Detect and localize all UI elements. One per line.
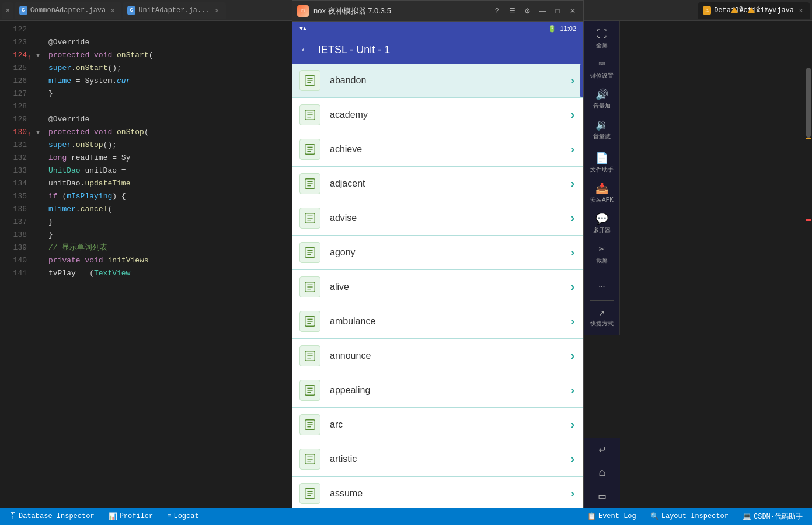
line-136: 136 bbox=[5, 203, 27, 216]
word-arrow-abandon: › bbox=[569, 74, 576, 88]
nox-volume-down-button[interactable]: 🔉 音量减 bbox=[585, 114, 619, 145]
fold-131 bbox=[32, 139, 44, 152]
nox-file-button[interactable]: 📄 文件助手 bbox=[585, 148, 619, 178]
fold-123 bbox=[32, 36, 44, 49]
fold-128 bbox=[32, 100, 44, 113]
nox-minimize-button[interactable]: — bbox=[536, 5, 548, 17]
word-arrow-adjacent: › bbox=[569, 177, 576, 191]
word-text-artistic: artistic bbox=[330, 454, 569, 464]
word-row-appealing[interactable]: appealing › bbox=[292, 373, 583, 408]
tab-close-detail[interactable]: ✕ bbox=[797, 6, 805, 15]
apk-icon: 📥 bbox=[595, 182, 608, 195]
layout-label: Layout Inspector bbox=[661, 512, 729, 520]
warning-count-1[interactable]: 1 bbox=[748, 6, 760, 14]
sidebar-divider-2 bbox=[590, 300, 614, 301]
status-logcat[interactable]: ≡ Logcat bbox=[165, 508, 201, 525]
shortcut-icon: ↗ bbox=[599, 307, 605, 318]
word-row-assume[interactable]: assume › bbox=[292, 477, 583, 511]
fold-132 bbox=[32, 152, 44, 164]
word-row-achieve[interactable]: achieve › bbox=[292, 132, 583, 167]
nav-down-icon[interactable]: ∨ bbox=[772, 5, 777, 15]
status-event-log[interactable]: 📋 Event Log bbox=[585, 508, 639, 525]
nox-nav-recents[interactable]: ▭ bbox=[591, 484, 614, 508]
nox-shortcut-button[interactable]: ↗ 快捷方式 bbox=[585, 302, 619, 332]
nav-up-icon[interactable]: ∧ bbox=[765, 5, 769, 15]
word-row-arc[interactable]: arc › bbox=[292, 408, 583, 442]
fold-124[interactable]: ▼ bbox=[32, 49, 44, 62]
scroll-thumb[interactable] bbox=[806, 68, 811, 138]
status-profiler[interactable]: 📊 Profiler bbox=[106, 508, 156, 525]
nox-keyboard-button[interactable]: ⌨ 键位设置 bbox=[585, 54, 619, 84]
warning-count-label: 9 bbox=[739, 6, 743, 14]
nox-volume-up-button[interactable]: 🔊 音量加 bbox=[585, 84, 619, 114]
word-arrow-achieve: › bbox=[569, 143, 576, 156]
nox-help-button[interactable]: ? bbox=[491, 5, 503, 17]
word-arrow-agony: › bbox=[569, 246, 576, 260]
close-icon[interactable]: ✕ bbox=[6, 6, 10, 14]
scroll-indicator[interactable] bbox=[804, 21, 812, 508]
warning-triangle-icon bbox=[731, 7, 738, 13]
nox-screenshot-button[interactable]: ✂ 截屏 bbox=[585, 239, 619, 269]
fold-135 bbox=[32, 190, 44, 203]
word-text-abandon: abandon bbox=[330, 75, 569, 86]
word-text-assume: assume bbox=[330, 488, 569, 499]
nox-nav-back[interactable]: ↩ bbox=[591, 438, 614, 461]
nox-maximize-button[interactable]: □ bbox=[552, 5, 563, 17]
nox-multiopen-button[interactable]: 💬 多开器 bbox=[585, 208, 619, 239]
line-129: 129 bbox=[5, 113, 27, 126]
word-row-ambulance[interactable]: ambulance › bbox=[292, 304, 583, 339]
nox-menu-button[interactable]: ☰ bbox=[506, 5, 518, 17]
fold-127 bbox=[32, 88, 44, 100]
line-130: 130 ↑● bbox=[5, 126, 27, 139]
word-row-announce[interactable]: announce › bbox=[292, 339, 583, 373]
time-display: 11:02 bbox=[560, 25, 576, 32]
status-database-inspector[interactable]: 🗄 Database Inspector bbox=[7, 508, 97, 525]
word-row-abandon[interactable]: abandon › bbox=[292, 64, 583, 98]
tab-icon-detail: ⚠ bbox=[703, 6, 711, 15]
word-row-adjacent[interactable]: adjacent › bbox=[292, 167, 583, 201]
statusbar-left: ▼▲ bbox=[299, 26, 306, 32]
nox-controls: ? ☰ ⚙ — □ ✕ bbox=[491, 5, 578, 17]
tab-close-unit[interactable]: ✕ bbox=[213, 6, 221, 15]
apk-label: 安装APK bbox=[590, 196, 614, 204]
nox-more-button[interactable]: … bbox=[585, 269, 619, 299]
tab-common-adapter[interactable]: C CommonAdapter.java ✕ bbox=[15, 2, 122, 19]
line-127: 127 bbox=[5, 88, 27, 100]
fold-130[interactable]: ▼ bbox=[32, 126, 44, 139]
warning-count-9[interactable]: 9 bbox=[731, 6, 743, 14]
line-125: 125 bbox=[5, 62, 27, 75]
tab-unknown[interactable]: ✕ bbox=[2, 2, 13, 19]
toolbar-back-button[interactable]: ← bbox=[302, 43, 309, 57]
line-126: 126 bbox=[5, 75, 27, 88]
word-row-academy[interactable]: academy › bbox=[292, 98, 583, 132]
line-135: 135 bbox=[5, 190, 27, 203]
word-text-arc: arc bbox=[330, 419, 569, 430]
line-131: 131 bbox=[5, 139, 27, 152]
volume-up-icon: 🔊 bbox=[595, 88, 608, 101]
word-row-agony[interactable]: agony › bbox=[292, 236, 583, 270]
csdn-icon: 💻 bbox=[743, 512, 751, 521]
file-label: 文件助手 bbox=[590, 166, 614, 174]
fold-125 bbox=[32, 62, 44, 75]
fold-136 bbox=[32, 203, 44, 216]
word-row-advise[interactable]: advise › bbox=[292, 201, 583, 236]
line-141: 141 bbox=[5, 267, 27, 280]
nox-nav-home[interactable]: ⌂ bbox=[591, 461, 614, 485]
nox-close-button[interactable]: ✕ bbox=[567, 5, 578, 17]
tab-unit-adapter[interactable]: C UnitAdapter.ja... ✕ bbox=[123, 2, 225, 19]
word-row-artistic[interactable]: artistic › bbox=[292, 442, 583, 477]
word-text-agony: agony bbox=[330, 247, 569, 258]
tab-close-common[interactable]: ✕ bbox=[109, 6, 117, 15]
nox-apk-button[interactable]: 📥 安装APK bbox=[585, 178, 619, 208]
nox-settings-button[interactable]: ⚙ bbox=[521, 5, 533, 17]
word-text-announce: announce bbox=[330, 351, 569, 361]
status-layout-inspector[interactable]: 🔍 Layout Inspector bbox=[648, 508, 731, 525]
status-csdn[interactable]: 💻 CSDN·代码助手 bbox=[740, 508, 805, 525]
database-icon: 🗄 bbox=[9, 512, 16, 521]
keyboard-icon: ⌨ bbox=[599, 58, 605, 71]
word-row-alive[interactable]: alive › bbox=[292, 270, 583, 304]
nox-fullscreen-button[interactable]: ⛶ 全屏 bbox=[585, 23, 619, 54]
line-137: 137 bbox=[5, 216, 27, 229]
fold-139 bbox=[32, 242, 44, 254]
ide-container: ✕ C CommonAdapter.java ✕ C UnitAdapter.j… bbox=[0, 0, 812, 525]
